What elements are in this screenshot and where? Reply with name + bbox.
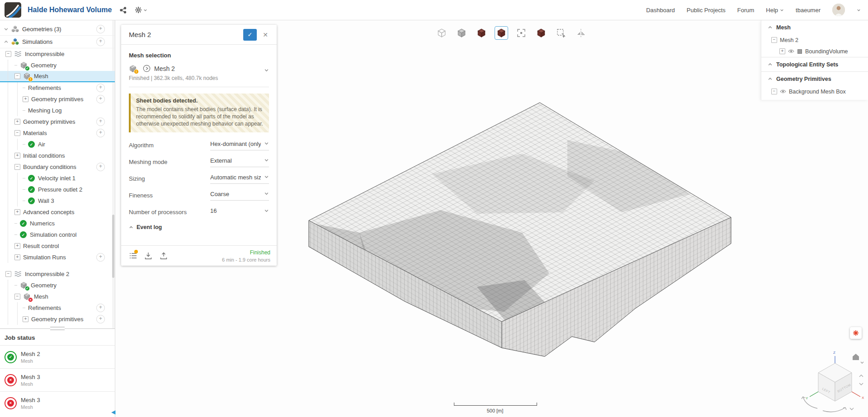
job-row-mesh-2[interactable]: ✓ Mesh 2 Mesh <box>0 345 115 368</box>
user-avatar[interactable] <box>832 4 845 16</box>
upload-mesh-button[interactable] <box>159 251 169 260</box>
field-select-sizing[interactable]: Automatic mesh sizin <box>210 173 269 184</box>
tree-expander[interactable]: − <box>14 164 20 170</box>
tree-item-geometries-3[interactable]: Geometries (3)+ <box>0 23 115 36</box>
mesh-quality-icon[interactable] <box>534 26 548 40</box>
scene-section-topological-entity-sets[interactable]: Topological Entity Sets <box>761 57 868 71</box>
tree-item-materials[interactable]: −Materials+ <box>0 127 115 139</box>
tree-expander[interactable]: + <box>14 243 20 249</box>
tree-item-boundary-conditions[interactable]: −Boundary conditions+ <box>0 161 115 173</box>
job-row-mesh-3[interactable]: × Mesh 3 Mesh <box>0 391 115 414</box>
nav-public-projects[interactable]: Public Projects <box>687 7 726 14</box>
scene-item-boundingvolume[interactable]: + BoundingVolume <box>761 46 868 57</box>
add-item-button[interactable]: + <box>96 84 105 92</box>
scene-section-mesh[interactable]: Mesh <box>761 20 868 34</box>
field-select-fineness[interactable]: Coarse <box>210 190 269 201</box>
tree-item-initial-conditions[interactable]: +Initial conditions <box>0 150 115 161</box>
tree-expander[interactable]: − <box>771 37 777 43</box>
field-select-algorithm[interactable]: Hex-dominant (only C <box>210 140 269 150</box>
add-item-button[interactable]: + <box>96 117 105 126</box>
tree-expander[interactable]: + <box>14 209 20 215</box>
navigation-cube[interactable]: LEFT BOTTOM X Y Z <box>797 348 864 413</box>
hidden-geometry-icon[interactable] <box>455 26 468 40</box>
nav-dashboard[interactable]: Dashboard <box>646 7 675 14</box>
user-menu-chevron-icon[interactable] <box>857 8 861 12</box>
tree-item-simulations[interactable]: Simulations+ <box>0 36 115 48</box>
tree-item-refinements[interactable]: Refinements+ <box>0 82 115 94</box>
share-icon[interactable] <box>120 7 127 14</box>
view-mesh-icon[interactable] <box>143 65 151 72</box>
add-item-button[interactable]: + <box>96 129 105 137</box>
job-row-mesh-3[interactable]: × Mesh 3 Mesh <box>0 368 115 391</box>
app-logo-icon[interactable] <box>5 2 21 18</box>
chevron-up-icon[interactable] <box>4 39 9 44</box>
nav-help[interactable]: Help <box>766 7 784 14</box>
tree-expander[interactable]: + <box>779 48 785 54</box>
project-settings-gear-icon[interactable] <box>135 6 147 14</box>
home-view-icon[interactable] <box>853 354 863 363</box>
download-mesh-button[interactable] <box>143 251 153 260</box>
event-log-toggle[interactable]: Event log <box>129 224 269 230</box>
tree-expander[interactable]: + <box>14 153 20 159</box>
add-item-button[interactable]: + <box>96 25 105 33</box>
tree-item-geometry[interactable]: ✓Geometry <box>0 280 115 291</box>
visibility-eye-icon[interactable] <box>780 89 786 94</box>
scene-item-background-mesh-box[interactable]: − Background Mesh Box <box>761 86 868 97</box>
tree-expander[interactable]: − <box>14 294 20 300</box>
tree-expander[interactable]: − <box>14 73 20 79</box>
tree-expander[interactable]: − <box>5 51 11 57</box>
tree-item-numerics[interactable]: ✓Numerics <box>0 218 115 229</box>
mirror-view-icon[interactable] <box>574 26 588 40</box>
selected-mesh-row[interactable]: ! Mesh 2 <box>129 65 269 72</box>
job-panel-resize-handle[interactable] <box>50 327 65 330</box>
tree-item-wall-3[interactable]: ✓Wall 3 <box>0 195 115 206</box>
nav-forum[interactable]: Forum <box>737 7 755 14</box>
add-item-button[interactable]: + <box>96 253 105 262</box>
render-warning-icon[interactable] <box>850 327 862 339</box>
add-item-button[interactable]: + <box>96 95 105 103</box>
tree-expander[interactable]: − <box>14 130 20 136</box>
tree-item-geometry[interactable]: ✓Geometry <box>0 60 115 71</box>
tree-item-geometry-primitives[interactable]: +Geometry primitives+ <box>0 314 115 325</box>
tree-item-advanced-concepts[interactable]: +Advanced concepts <box>0 206 115 218</box>
tree-expander[interactable]: + <box>23 96 28 102</box>
tree-item-mesh[interactable]: − !Mesh <box>0 71 115 82</box>
scene-item-mesh-2[interactable]: −Mesh 2 <box>761 34 868 46</box>
isometric-view-icon[interactable] <box>435 26 448 40</box>
field-select-meshing-mode[interactable]: External <box>210 156 269 167</box>
tree-item-geometry-primitives[interactable]: +Geometry primitives+ <box>0 94 115 105</box>
rotate-view-arrows-icon[interactable] <box>802 397 846 412</box>
tree-item-simulation-runs[interactable]: +Simulation Runs+ <box>0 252 115 263</box>
tree-item-simulation-control[interactable]: ✓Simulation control <box>0 229 115 240</box>
add-item-button[interactable]: + <box>96 315 105 323</box>
chevron-down-icon[interactable] <box>4 27 9 32</box>
surface-mesh-icon[interactable] <box>475 26 488 40</box>
mesh-select-chevron-icon[interactable] <box>264 66 269 75</box>
scene-section-geometry-primitives[interactable]: Geometry Primitives <box>761 71 868 86</box>
tree-item-geometry-primitives[interactable]: +Geometry primitives+ <box>0 116 115 127</box>
tree-expander[interactable]: − <box>771 89 777 94</box>
tree-item-result-control[interactable]: +Result control <box>0 240 115 252</box>
tree-item-velocity-inlet-1[interactable]: ✓Velocity inlet 1 <box>0 173 115 184</box>
field-select-number-of-processors[interactable]: 16 <box>210 207 269 217</box>
tree-item-meshing-log[interactable]: Meshing Log <box>0 105 115 116</box>
tree-expander[interactable]: − <box>5 271 11 277</box>
tree-expander[interactable]: + <box>23 316 28 322</box>
box-select-icon[interactable] <box>554 26 568 40</box>
visibility-eye-icon[interactable] <box>788 49 794 54</box>
tree-item-air[interactable]: ✓Air <box>0 139 115 150</box>
fit-to-view-icon[interactable] <box>514 26 528 40</box>
sidebar-collapse-button[interactable]: ◀ <box>111 409 115 415</box>
add-item-button[interactable]: + <box>96 37 105 46</box>
tree-item-incompressible-2[interactable]: − Incompressible 2 <box>0 268 115 280</box>
tree-item-refinements[interactable]: Refinements+ <box>0 302 115 314</box>
tree-expander[interactable]: + <box>14 119 20 125</box>
event-list-button[interactable] <box>128 251 138 260</box>
add-item-button[interactable]: + <box>96 163 105 171</box>
close-panel-button[interactable]: ✕ <box>259 29 271 41</box>
tree-item-pressure-outlet-2[interactable]: ✓Pressure outlet 2 <box>0 184 115 195</box>
apply-button[interactable]: ✓ <box>243 29 257 41</box>
tree-expander[interactable]: + <box>14 254 20 260</box>
tree-item-mesh[interactable]: − ×Mesh <box>0 291 115 302</box>
tree-item-incompressible[interactable]: − Incompressible <box>0 48 115 60</box>
